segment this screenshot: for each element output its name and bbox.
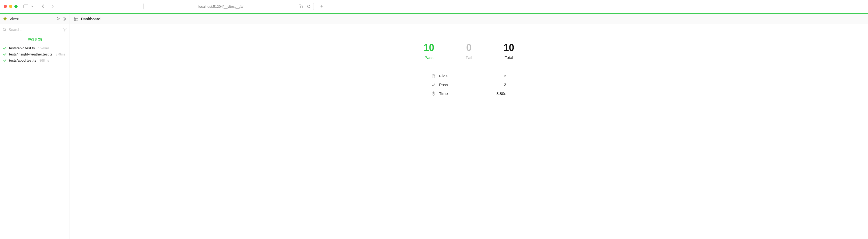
detail-value: 3 xyxy=(504,74,506,78)
main-panel: Dashboard 10 Pass 0 Fail 10 Total xyxy=(70,14,868,239)
detail-value: 3.80s xyxy=(496,91,506,96)
detail-label: Pass xyxy=(439,82,501,87)
pass-count: 10 xyxy=(418,43,440,53)
test-file-list: tests/epic.test.ts 1528ms tests/insight-… xyxy=(0,44,69,64)
total-count: 10 xyxy=(498,43,520,53)
check-icon xyxy=(432,83,436,86)
detail-time: Time 3.80s xyxy=(432,89,506,98)
minimize-window-button[interactable] xyxy=(9,5,12,8)
detail-pass: Pass 3 xyxy=(432,80,506,89)
svg-point-5 xyxy=(64,18,66,20)
file-name: tests/epic.test.ts xyxy=(9,46,35,50)
svg-rect-0 xyxy=(24,5,28,8)
filter-icon[interactable] xyxy=(63,28,67,31)
svg-line-13 xyxy=(66,18,66,18)
file-duration: 868ms xyxy=(39,59,49,62)
file-duration: 1528ms xyxy=(38,46,50,50)
search-row xyxy=(0,24,69,35)
svg-point-14 xyxy=(3,28,6,30)
sidebar-icon xyxy=(23,3,29,9)
test-file-item[interactable]: tests/epic.test.ts 1528ms xyxy=(0,45,69,51)
run-all-button[interactable] xyxy=(56,17,60,21)
browser-toolbar: + xyxy=(0,0,868,13)
search-input[interactable] xyxy=(8,27,60,32)
summary-pass: 10 Pass xyxy=(418,43,440,60)
detail-label: Time xyxy=(439,91,493,96)
svg-line-12 xyxy=(63,20,64,20)
url-input[interactable] xyxy=(143,3,314,10)
total-label: Total xyxy=(498,55,520,60)
summary-row: 10 Pass 0 Fail 10 Total xyxy=(418,43,520,60)
file-name: tests/insight-weather.test.ts xyxy=(9,52,53,56)
maximize-window-button[interactable] xyxy=(14,5,18,8)
address-bar[interactable] xyxy=(143,3,314,10)
check-icon xyxy=(3,53,7,56)
sidebar: Vitest xyxy=(0,14,70,239)
translate-icon[interactable] xyxy=(298,3,304,9)
detail-files: Files 3 xyxy=(432,72,506,80)
theme-toggle-button[interactable] xyxy=(63,17,67,21)
summary-total: 10 Total xyxy=(498,43,520,60)
chevron-down-icon xyxy=(29,3,35,9)
file-name: tests/apod.test.ts xyxy=(9,58,36,62)
pass-label: Pass xyxy=(418,55,440,60)
page-title: Dashboard xyxy=(81,17,100,21)
svg-rect-17 xyxy=(74,17,78,21)
vitest-logo-icon xyxy=(3,17,7,21)
tab-label: PASS (3) xyxy=(28,37,42,41)
tab-pass[interactable]: PASS (3) xyxy=(0,35,69,44)
back-button[interactable] xyxy=(40,3,46,9)
forward-button[interactable] xyxy=(50,3,55,9)
stopwatch-icon xyxy=(432,91,436,96)
test-file-item[interactable]: tests/insight-weather.test.ts 879ms xyxy=(0,51,69,57)
fail-count: 0 xyxy=(458,43,479,53)
search-icon xyxy=(3,28,6,31)
test-file-item[interactable]: tests/apod.test.ts 868ms xyxy=(0,57,69,63)
file-icon xyxy=(432,74,436,78)
dashboard-body: 10 Pass 0 Fail 10 Total xyxy=(70,24,868,239)
fail-label: Fail xyxy=(458,55,479,60)
sidebar-toggle-button[interactable] xyxy=(23,3,35,9)
reload-icon[interactable] xyxy=(306,3,312,9)
summary-fail: 0 Fail xyxy=(458,43,479,60)
window-controls xyxy=(4,5,18,8)
svg-line-11 xyxy=(66,20,66,20)
new-tab-button[interactable]: + xyxy=(320,4,323,9)
close-window-button[interactable] xyxy=(4,5,7,8)
detail-value: 3 xyxy=(504,82,506,87)
dashboard-icon xyxy=(74,17,78,21)
svg-line-15 xyxy=(5,30,6,31)
file-duration: 879ms xyxy=(56,53,65,56)
app-title: Vitest xyxy=(9,17,54,21)
main-header: Dashboard xyxy=(70,14,868,24)
check-icon xyxy=(3,47,7,50)
check-icon xyxy=(3,59,7,62)
detail-rows: Files 3 Pass 3 Time xyxy=(432,72,506,98)
svg-line-10 xyxy=(63,18,64,18)
svg-marker-16 xyxy=(63,28,67,31)
detail-label: Files xyxy=(439,74,501,78)
svg-marker-4 xyxy=(57,17,59,20)
sidebar-header: Vitest xyxy=(0,14,69,24)
